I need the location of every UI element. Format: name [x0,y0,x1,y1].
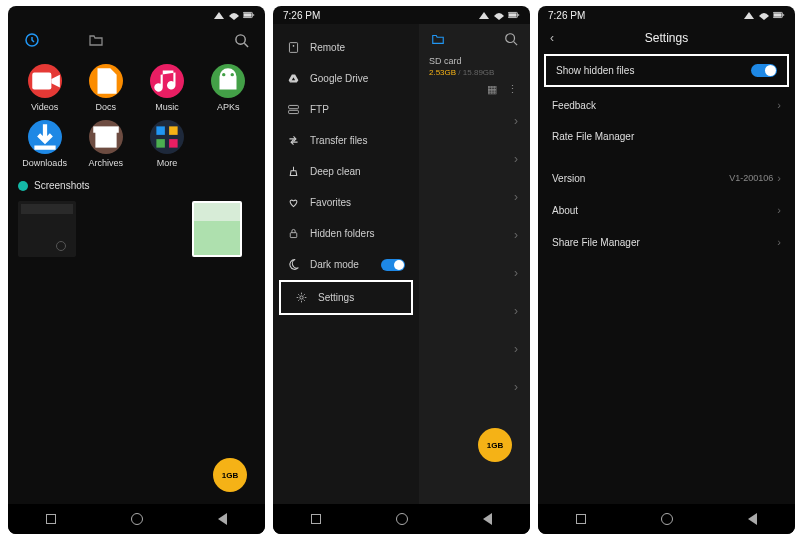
archive-icon [89,120,123,154]
nav-recent-icon[interactable] [46,514,56,524]
list-item[interactable]: › [419,330,530,368]
category-label: Music [155,102,179,112]
search-icon[interactable] [504,32,518,46]
screen-files-home: VideosDocsMusicAPKsDownloadsArchivesMore… [8,6,265,534]
list-item[interactable]: › [419,102,530,140]
ftp-icon [287,103,300,116]
category-archives[interactable]: Archives [75,120,136,168]
search-icon[interactable] [234,33,249,48]
gear-icon [295,291,308,304]
drawer-item-deep-clean[interactable]: Deep clean [273,156,419,187]
category-videos[interactable]: Videos [14,64,75,112]
nav-back-icon[interactable] [748,513,757,525]
tab-folder-icon[interactable] [431,32,445,46]
fab-cleaner[interactable]: 1GB [213,458,247,492]
category-grid: VideosDocsMusicAPKsDownloadsArchivesMore [8,56,265,176]
category-apks[interactable]: APKs [198,64,259,112]
row-feedback[interactable]: Feedback › [538,89,795,121]
list-item[interactable]: › [419,254,530,292]
list-item[interactable]: › [419,178,530,216]
files-pane: SD card 2.53GB / 15.89GB ▦ ⋮ › › › › › ›… [419,24,530,504]
drawer-item-settings[interactable]: Settings [279,280,413,315]
category-downloads[interactable]: Downloads [14,120,75,168]
back-icon[interactable]: ‹ [550,31,554,45]
view-grid-icon[interactable]: ▦ [487,83,497,96]
row-share[interactable]: Share File Manager › [538,226,795,258]
android-navbar [538,504,795,534]
nav-recent-icon[interactable] [311,514,321,524]
label: Version [552,173,585,184]
svg-rect-16 [509,13,517,16]
lock-icon [287,227,300,240]
dot-icon [18,181,28,191]
drawer-label: Google Drive [310,73,368,84]
list-item[interactable]: › [419,368,530,406]
row-rate[interactable]: Rate File Manager [538,121,795,152]
nav-home-icon[interactable] [661,513,673,525]
drawer-item-remote[interactable]: Remote [273,32,419,63]
drawer-item-google-drive[interactable]: Google Drive [273,63,419,94]
screen-settings: 7:26 PM ‹ Settings Show hidden files Fee… [538,6,795,534]
settings-header: ‹ Settings [538,24,795,52]
storage-stats: 2.53GB / 15.89GB [419,68,530,77]
svg-rect-12 [169,126,178,135]
drawer-item-favorites[interactable]: Favorites [273,187,419,218]
nav-home-icon[interactable] [131,513,143,525]
row-about[interactable]: About › [538,194,795,226]
svg-rect-10 [93,126,119,132]
more-icon[interactable]: ⋮ [507,83,518,96]
category-label: Archives [89,158,124,168]
svg-rect-21 [289,110,299,113]
drawer-item-transfer-files[interactable]: Transfer files [273,125,419,156]
row-version[interactable]: Version V1-200106› [538,162,795,194]
moon-icon [287,258,300,271]
music-icon [150,64,184,98]
list-item[interactable]: › [419,216,530,254]
status-icons [213,10,255,20]
toggle-hidden-files[interactable] [751,64,777,77]
category-music[interactable]: Music [137,64,198,112]
apk-icon [211,64,245,98]
svg-rect-22 [290,233,297,238]
nav-recent-icon[interactable] [576,514,586,524]
svg-rect-18 [289,43,297,53]
video-icon [28,64,62,98]
clean-icon [287,165,300,178]
screenshot-thumb-2[interactable] [192,201,242,257]
status-bar [8,6,265,24]
tab-recent-icon[interactable] [24,32,40,48]
drawer-item-dark-mode[interactable]: Dark mode [273,249,419,280]
status-icons [743,10,785,20]
category-docs[interactable]: Docs [75,64,136,112]
label: Show hidden files [556,65,634,76]
doc-icon [89,64,123,98]
nav-back-icon[interactable] [218,513,227,525]
toggle-dark-mode[interactable] [381,259,405,271]
label: Rate File Manager [552,131,634,142]
download-icon [28,120,62,154]
drawer-item-ftp[interactable]: FTP [273,94,419,125]
drawer-label: Settings [318,292,354,303]
top-tabs [8,24,265,56]
row-show-hidden[interactable]: Show hidden files [544,54,789,87]
status-icons [478,10,520,20]
breadcrumb[interactable]: SD card [419,50,530,68]
status-bar: 7:26 PM [538,6,795,24]
list-item[interactable]: › [419,292,530,330]
drawer-label: Transfer files [310,135,367,146]
screenshot-thumb-1[interactable] [18,201,76,257]
category-more[interactable]: More [137,120,198,168]
tab-folder-icon[interactable] [88,32,104,48]
chevron-right-icon: › [777,204,781,216]
svg-line-5 [244,43,248,47]
fab-cleaner[interactable]: 1GB [478,428,512,462]
nav-back-icon[interactable] [483,513,492,525]
drawer-label: Deep clean [310,166,361,177]
transfer-icon [287,134,300,147]
drawer-item-hidden-folders[interactable]: Hidden folders [273,218,419,249]
section-screenshots[interactable]: Screenshots [8,176,265,195]
svg-point-23 [300,296,303,299]
list-item[interactable]: › [419,140,530,178]
nav-home-icon[interactable] [396,513,408,525]
status-time: 7:26 PM [548,10,585,21]
